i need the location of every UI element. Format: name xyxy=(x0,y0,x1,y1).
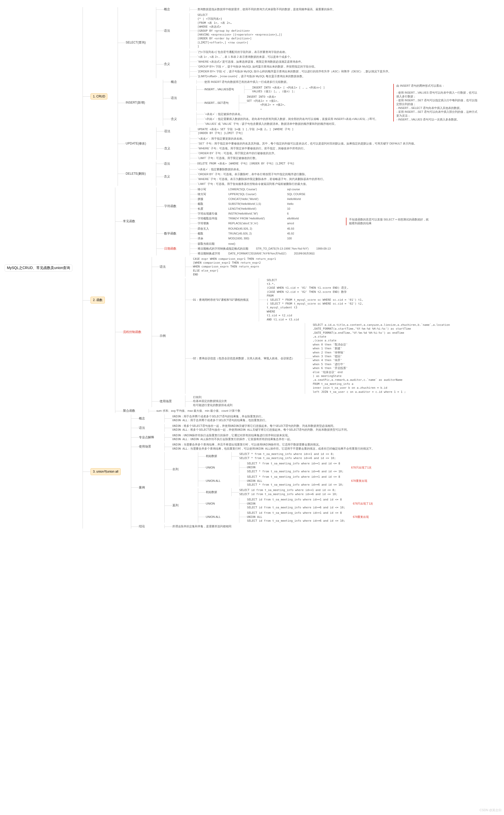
func-result: 45.93 xyxy=(287,227,294,230)
func-call: INSTR('HelloWorld','W') xyxy=(228,212,279,215)
insert-node[interactable]: INSERT(新增) xyxy=(126,101,145,105)
l1-func-row: 2. 函数 常见函数 字符函数 转小写LOWER('SQL Course')sq… xyxy=(91,187,478,413)
l1-union[interactable]: 3. union与union all xyxy=(91,468,120,475)
root-node[interactable]: MySQL之CRUD、常见函数及union查询 xyxy=(5,264,72,272)
func-desc: 获取当前日期 xyxy=(198,242,221,246)
func-result: 6 xyxy=(287,212,289,215)
select-concept: 查询数据是指从数据库中根据需求，使用不同的查询方式来获取不同的数据，是使用频率最… xyxy=(197,7,335,11)
union-ex-lbl[interactable]: 案例 xyxy=(139,485,154,490)
insert-m1: `<表名>`：指定被操作的表名。 xyxy=(204,112,243,116)
select-meaning-lbl[interactable]: 含义 xyxy=(164,62,179,66)
func-call: LOWER('SQL Course') xyxy=(228,188,279,191)
union-scene-lbl[interactable]: 使用场景 xyxy=(139,444,154,449)
union-row-lbl[interactable]: 某列 xyxy=(172,503,188,508)
all-ua-lbl[interactable]: UNION ALL xyxy=(206,479,221,482)
func-call: SUBSTR('HelloWorld',1,5) xyxy=(228,202,279,205)
func-call: CONCAT('Hello','World') xyxy=(228,197,279,200)
flow-ex-lbl[interactable]: 示例 xyxy=(160,334,175,338)
select-m1: `{*|<字段列名>}`包含星号通配符的字段列表，表示所要查询字段的名称。 xyxy=(197,50,288,54)
row-init: SELECT id from t_oa_meeting_info where i… xyxy=(239,488,338,496)
func-call: STR_TO_DATE('9-13-1999','%m-%d-%Y') xyxy=(256,247,309,250)
union-syntax: UNION：将多个SELECT语句放在一起，并使用UNION关键字将它们连接起来… xyxy=(172,424,350,432)
func-desc: 截取 xyxy=(198,202,221,206)
func-call: ROUND(45.926, 2) xyxy=(228,227,279,230)
func-desc: 拼接 xyxy=(198,197,221,201)
delete-meaning-lbl[interactable]: 含义 xyxy=(164,174,179,179)
union-concept: UNION：用于合并两个或者多个SELECT语句的结果集，并去除重复的行。 UN… xyxy=(172,415,268,422)
func-item: 截取SUBSTR('HelloWorld',1,5)Hello xyxy=(198,202,306,206)
func-item: 转小写LOWER('SQL Course')sql course xyxy=(198,187,306,191)
insert-set-lbl[interactable]: INSERT…SET语句 xyxy=(204,101,229,105)
flow-func-lbl[interactable]: 流程控制函数 xyxy=(123,330,141,334)
date-func-lbl[interactable]: 日期函数 xyxy=(164,247,180,251)
delete-m3: `WHERE` 子句：可选项。表示为删除操作限定删除条件，若省略该子句，则代表删… xyxy=(197,177,326,181)
select-concept-lbl[interactable]: 概念 xyxy=(164,7,179,12)
row-init-lbl[interactable]: 初始数据 xyxy=(206,490,221,494)
level1-children: 1. CRUD SELECT(查询) 概念 查询数据是指从数据库中根据需求，使用… xyxy=(83,7,478,529)
all-init: SELECT * from t_oa_meeting_info where id… xyxy=(239,452,336,460)
func-call: DATE_FORMAT('2018/6/6','%Y年%m月%d日') xyxy=(228,252,286,255)
flow-syntax-lbl[interactable]: 语法 xyxy=(160,265,175,269)
insert-values-lbl[interactable]: INSERT…VALUES语句 xyxy=(204,87,234,91)
update-syntax: UPDATE <表名> SET 字段 1=值 1 [,字段 2=值 2… ] [… xyxy=(198,127,294,135)
union-pro-lbl[interactable]: 专业点解释 xyxy=(139,435,154,440)
all-union: SELECT * from t_oa_meeting_info where id… xyxy=(247,462,344,473)
select-syntax-lbl[interactable]: 语法 xyxy=(164,29,179,33)
update-m1: `<表名>`：用于指定要更新的表名称。 xyxy=(198,137,245,141)
l1-crud[interactable]: 1. CRUD xyxy=(91,93,107,99)
insert-meaning-lbl[interactable]: 含义 xyxy=(171,117,186,121)
common-func-lbl[interactable]: 常见函数 xyxy=(123,219,138,224)
row-union-note: 678只出现了1次 xyxy=(353,502,373,506)
func-item: 字符替换REPLACE('abcd','b','m')amcd xyxy=(198,221,306,225)
func-item: 求余MOD(1600, 300)100 xyxy=(198,237,294,240)
flow-scene-lbl[interactable]: 使用场景 xyxy=(160,399,175,404)
l1-func[interactable]: 2. 函数 xyxy=(91,297,105,304)
row-ua-lbl[interactable]: UNION ALL xyxy=(206,515,221,518)
func-desc: 字符截取后半段 xyxy=(198,217,221,220)
update-meaning-lbl[interactable]: 含义 xyxy=(164,146,180,151)
insert-sidenote: 由 INSERT 语句的两种形式可以看出： - 使用 INSERT…VALUES… xyxy=(393,84,478,121)
flow-ex01-lbl[interactable]: 01：查询同时存在"01"课程和"02"课程的情况 xyxy=(193,298,249,302)
all-ua-note: 678重复出现 xyxy=(351,479,367,483)
all-union-lbl[interactable]: UNION xyxy=(206,466,221,469)
select-m5: `[ORDER BY< 字段 >]`，该子句告诉 MySQL 按什么样的顺序显示… xyxy=(197,70,391,73)
flow-syntax: CASE expr WHEN comparison_expr1 THEN ret… xyxy=(193,257,276,277)
func-item: 获取当前日期now() xyxy=(198,242,331,246)
flow-ex02-lbl[interactable]: 02：查询会议信息（包含会议信息表数据，主持人姓名、审批人姓名、会议状态） xyxy=(193,356,295,360)
insert-m3: `VALUES` 或 `VALUE` 子句：该子句包含要插入的数据清单。数据清单… xyxy=(204,122,337,126)
func-desc: 截取 xyxy=(198,232,221,236)
row-union-lbl[interactable]: UNION xyxy=(206,502,221,505)
union-concept-lbl[interactable]: 概念 xyxy=(139,416,154,421)
string-func-lbl[interactable]: 字符函数 xyxy=(164,204,180,208)
flow-ex02: SELECT a.id,a.title,a.content,a.canyuze,… xyxy=(313,323,450,394)
func-desc: 字符出现索引值 xyxy=(198,212,221,216)
func-item: 拼接CONCAT('Hello','World')HelloWorld xyxy=(198,197,306,201)
delete-syntax: DELETE FROM <表名> [WHERE 子句] [ORDER BY 子句… xyxy=(197,162,294,165)
func-item: 将日期转换成字符DATE_FORMAT('2018/6/6','%Y年%m月%d… xyxy=(198,252,331,255)
num-func-lbl[interactable]: 数学函数 xyxy=(164,231,180,236)
union-syntax-lbl[interactable]: 语法 xyxy=(139,426,154,430)
select-syntax: SELECT {* | <字段列名>} [FROM <表 1>, <表 2>… … xyxy=(197,13,282,49)
func-result: 2018年06月06日 xyxy=(294,252,315,255)
delete-syntax-lbl[interactable]: 语法 xyxy=(164,162,179,166)
func-result: elloWorld xyxy=(287,217,299,220)
l1-union-row: 3. union与union all 概念 UNION：用于合并两个或者多个SE… xyxy=(91,415,478,529)
insert-concept-lbl[interactable]: 概念 xyxy=(171,80,186,84)
func-desc: 字符替换 xyxy=(198,221,221,225)
union-all-lbl[interactable]: 全列 xyxy=(172,467,188,472)
all-ua: SELECT * from t_oa_meeting_info where id… xyxy=(247,475,344,487)
delete-node[interactable]: DELETE(删除) xyxy=(126,172,146,176)
func-call: TRIM('H' FROM 'HelloWorld') xyxy=(228,217,279,220)
insert-set-txt: INSERT INTO <表名> SET <列名1> = <值1>, <列名2>… xyxy=(247,95,286,111)
union-end-lbl[interactable]: 结论 xyxy=(139,524,154,529)
update-syntax-lbl[interactable]: 语法 xyxy=(164,129,180,133)
insert-syntax-lbl[interactable]: 语法 xyxy=(171,96,186,100)
row-ua: SELECT id from t_oa_meeting_info where i… xyxy=(247,511,345,523)
func-result: SQL COURSE xyxy=(287,193,306,196)
func-call: UPPER('SQL Course') xyxy=(228,193,279,196)
agg-func-lbl[interactable]: 聚合函数 xyxy=(123,409,138,413)
update-node[interactable]: UPDATE(修改) xyxy=(126,141,146,146)
all-init-lbl[interactable]: 初始数据 xyxy=(206,454,221,458)
func-call: REPLACE('abcd','b','m') xyxy=(228,222,279,225)
select-node[interactable]: SELECT(查询) xyxy=(126,40,146,45)
